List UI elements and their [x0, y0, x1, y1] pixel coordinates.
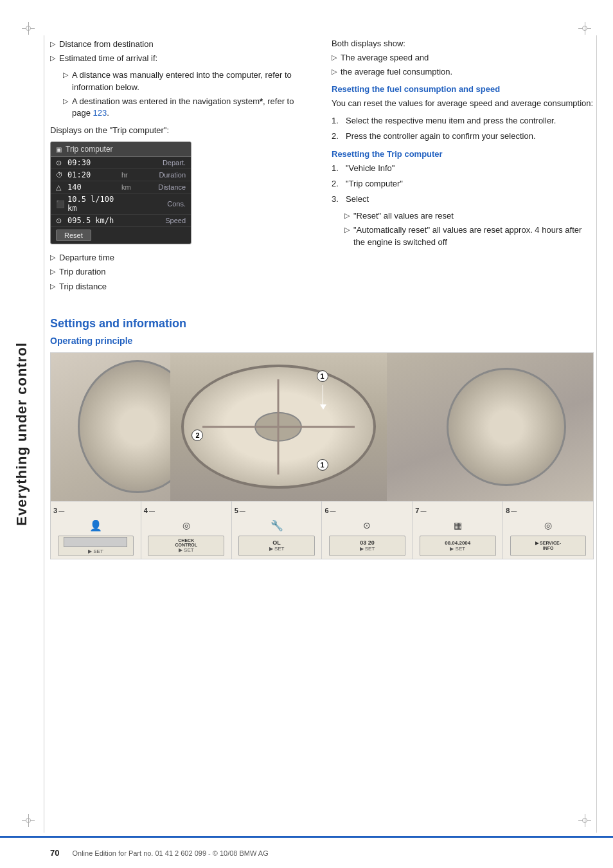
- dashboard-image: 1 2 1: [50, 352, 594, 559]
- sidebar-label: Everything under control: [0, 0, 44, 868]
- tc-value-2: 140: [67, 183, 121, 192]
- step-num-1: 1.: [332, 115, 343, 127]
- tc-icon-1: ⏱: [56, 171, 67, 179]
- instr-item-5: 5 — 🔧 OL ▶ SET: [232, 502, 323, 559]
- section1-steps: 1. Select the respective menu item and p…: [332, 115, 594, 142]
- bullet-duration: ▷ Trip duration: [50, 266, 312, 278]
- tri-avg-fuel: ▷: [332, 67, 337, 77]
- instr-icon-7: ▦: [454, 520, 462, 530]
- dashboard-main-area: 1 2 1: [51, 353, 593, 501]
- section1-body: You can reset the values for average spe…: [332, 98, 594, 110]
- bullet-triangle-1: ▷: [50, 39, 55, 49]
- sub-reset: ▷ "Reset" all values are reset: [344, 210, 594, 222]
- tc-value-3: 10.5 l/100 km: [67, 195, 121, 213]
- instr-label-control: CONTROL: [175, 543, 197, 547]
- text-avg-fuel: the average fuel consumption.: [341, 66, 452, 78]
- border-line-left: [44, 35, 44, 833]
- content-area: ▷ Distance from destination ▷ Estimated …: [50, 0, 594, 585]
- sub-text-manual: A distance was manually entered into the…: [72, 69, 312, 93]
- tc-icon-4: ⊙: [56, 217, 67, 225]
- text-avg-speed: The average speed and: [341, 52, 429, 64]
- tc-reset-button[interactable]: Reset: [56, 230, 91, 241]
- section1-step-2: 2. Press the controller again to confirm…: [332, 131, 594, 142]
- two-column-section: ▷ Distance from destination ▷ Estimated …: [50, 39, 594, 298]
- instr-label-info: INFO: [543, 546, 554, 550]
- tri-avg-speed: ▷: [332, 53, 337, 62]
- instr-screen-8: ▶ SERVICE- INFO: [510, 536, 587, 556]
- instr-num-4: 4: [144, 507, 148, 514]
- instr-icon-6: ⊙: [363, 520, 371, 530]
- sub-bullet-nav: ▷ A destination was entered in the navig…: [63, 96, 312, 119]
- tc-label-0: Depart.: [144, 159, 186, 167]
- section2-sub-steps: ▷ "Reset" all values are reset ▷ "Automa…: [344, 210, 594, 248]
- tc-row-4: ⊙ 095.5 km/h Speed: [51, 215, 191, 227]
- section2-main-steps: 1. "Vehicle Info" 2. "Trip computer" 3. …: [332, 163, 594, 206]
- s2-num-1: 1.: [332, 163, 343, 174]
- sub-triangle-1: ▷: [63, 70, 68, 80]
- tc-icon-2: △: [56, 183, 67, 192]
- sw-spoke-v: [278, 379, 280, 475]
- section2-step-2: 2. "Trip computer": [332, 178, 594, 190]
- img-label-1-top: 1: [317, 370, 328, 382]
- bullet-trip-distance: ▷ Trip distance: [50, 281, 312, 293]
- sub-triangle-2: ▷: [63, 96, 68, 106]
- instr-screen-4: CHECK CONTROL ▶ SET: [148, 536, 224, 556]
- both-displays-list: ▷ The average speed and ▷ the average fu…: [332, 52, 594, 78]
- instr-arrow-7: ▶ SET: [450, 546, 465, 552]
- text-departure: Departure time: [59, 252, 114, 264]
- step-num-2: 2.: [332, 131, 343, 142]
- bullet-text-eta: Estimated time of arrival if:: [59, 53, 157, 64]
- instr-item-4: 4 — ◎ CHECK CONTROL ▶ SET: [141, 502, 232, 559]
- sub-auto-reset: ▷ "Automatically reset" all values are r…: [344, 224, 594, 248]
- bullet-triangle-2: ▷: [50, 53, 55, 63]
- tc-icon-3: ⬛: [56, 200, 67, 208]
- tc-icon-0: ⊙: [56, 159, 67, 167]
- operating-principle-title: Operating principle: [50, 336, 594, 346]
- instr-item-7: 7 — ▦ 08.04.2004 ▶ SET: [413, 502, 503, 559]
- arrow-1-top: [323, 385, 323, 404]
- instr-arrow-3: ▶ SET: [88, 548, 103, 554]
- sidebar-text: Everything under control: [13, 342, 30, 526]
- s2-num-2: 2.: [332, 178, 343, 190]
- bullet-departure: ▷ Departure time: [50, 252, 312, 264]
- instr-screen-5: OL ▶ SET: [238, 536, 315, 556]
- text-duration: Trip duration: [59, 266, 106, 278]
- sub-bullet-manual: ▷ A distance was manually entered into t…: [63, 69, 312, 93]
- tc-unit-2: km: [121, 183, 144, 191]
- trip-computer-box: ▣ Trip computer ⊙ 09:30 Depart. ⏱ 01:20 …: [50, 141, 191, 244]
- right-gauge: [447, 368, 566, 486]
- reg-mark-tr: [576, 19, 594, 37]
- instr-label-time: 03 20: [360, 539, 375, 546]
- tc-value-4: 095.5 km/h: [67, 216, 121, 225]
- instr-dash-5: —: [240, 508, 245, 514]
- instr-arrow-5: ▶ SET: [269, 546, 285, 552]
- left-column: ▷ Distance from destination ▷ Estimated …: [50, 39, 312, 298]
- instrument-panel: 3 — 👤 ▶ SET 4 —: [51, 501, 593, 559]
- tri-duration: ▷: [50, 267, 55, 276]
- page-container: Everything under control ▷ Distance from…: [0, 0, 613, 868]
- instr-label-check: CHECK: [178, 538, 194, 543]
- instr-display-3: [64, 537, 127, 547]
- instr-dash-8: —: [511, 508, 517, 514]
- border-line-right: [596, 35, 597, 833]
- tc-row-3: ⬛ 10.5 l/100 km Cons.: [51, 194, 191, 215]
- bullet-text-distance: Distance from destination: [59, 39, 154, 50]
- instr-label-service: ▶ SERVICE-: [535, 541, 561, 546]
- step-text-2: Press the controller again to confirm yo…: [346, 131, 536, 142]
- page-link-123[interactable]: 123: [93, 108, 107, 118]
- instr-arrow-4: ▶ SET: [179, 547, 194, 553]
- tc-row-2: △ 140 km Distance: [51, 181, 191, 194]
- main-bullet-list: ▷ Distance from destination ▷ Estimated …: [50, 39, 312, 64]
- instr-icon-5: 🔧: [271, 520, 283, 532]
- instr-item-3: 3 — 👤 ▶ SET: [51, 502, 141, 559]
- s2-text-1: "Vehicle Info": [346, 163, 395, 174]
- s2-text-2: "Trip computer": [346, 178, 403, 190]
- instr-icon-3: 👤: [89, 520, 102, 532]
- settings-section: Settings and information Operating princ…: [50, 317, 594, 559]
- instr-icon-8: ◎: [544, 520, 552, 530]
- instr-dash-4: —: [149, 508, 155, 514]
- tc-label-3: Cons.: [144, 200, 186, 208]
- bullet-item-eta: ▷ Estimated time of arrival if:: [50, 53, 312, 64]
- both-avg-speed: ▷ The average speed and: [332, 52, 594, 64]
- tri-reset: ▷: [344, 211, 350, 221]
